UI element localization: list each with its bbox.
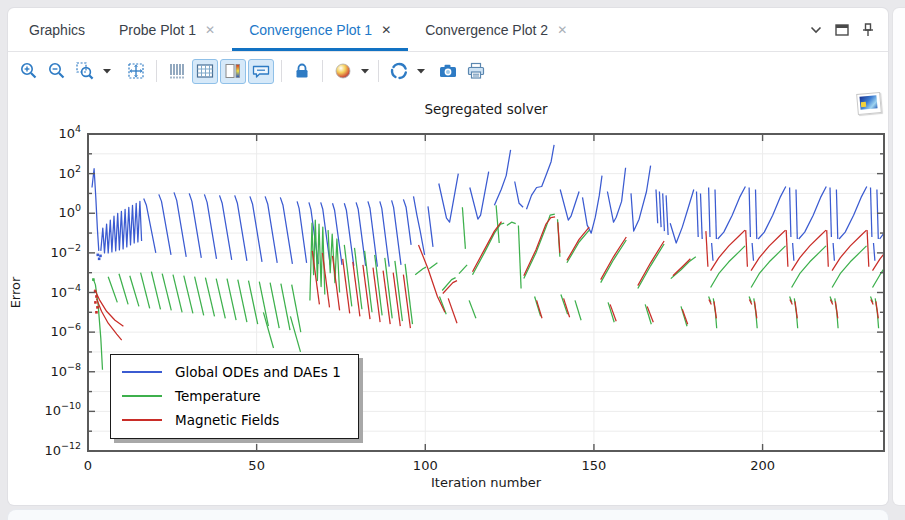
- close-icon[interactable]: ✕: [381, 24, 391, 36]
- svg-text:100: 100: [413, 458, 438, 473]
- svg-text:0: 0: [84, 458, 92, 473]
- float-window-icon[interactable]: [835, 24, 849, 36]
- svg-text:150: 150: [582, 458, 607, 473]
- graphics-window-panel: Graphics Probe Plot 1 ✕ Convergence Plot…: [8, 8, 888, 505]
- scene-light-dropdown[interactable]: [358, 59, 371, 84]
- scene-light-icon: [333, 61, 353, 81]
- zoom-in-icon: [19, 61, 39, 81]
- chart-legend: Global ODEs and DAEs 1 Temperature Magne…: [110, 354, 359, 439]
- zoom-out-button[interactable]: [44, 59, 70, 84]
- chevron-down-icon: [361, 68, 369, 74]
- transparency-icon: [389, 61, 409, 81]
- tab-bar: Graphics Probe Plot 1 ✕ Convergence Plot…: [8, 8, 888, 52]
- show-color-legend-button[interactable]: [220, 59, 246, 84]
- legend-item: Magnetic Fields: [122, 412, 341, 428]
- plot-group-icon[interactable]: [857, 93, 881, 114]
- svg-text:104: 104: [58, 123, 81, 141]
- zoom-in-button[interactable]: [16, 59, 42, 84]
- tab-convergence-plot-1[interactable]: Convergence Plot 1 ✕: [232, 8, 408, 51]
- chevron-down-icon: [417, 68, 425, 74]
- svg-text:10−6: 10−6: [50, 321, 81, 339]
- svg-text:50: 50: [248, 458, 265, 473]
- camera-icon: [438, 61, 458, 81]
- legend-line-sample: [122, 371, 162, 373]
- tab-probe-plot-1[interactable]: Probe Plot 1 ✕: [102, 8, 232, 51]
- toolbar-separator: [322, 60, 323, 82]
- graphics-canvas-area: 10410210010−210−410−610−810−1010−1205010…: [8, 90, 888, 505]
- lock-icon: [292, 61, 312, 81]
- svg-text:Segregated solver: Segregated solver: [424, 101, 548, 117]
- print-button[interactable]: [463, 59, 489, 84]
- show-grid-button[interactable]: [192, 59, 218, 84]
- legend-label: Temperature: [175, 388, 261, 404]
- zoom-box-icon: [75, 61, 95, 81]
- svg-text:10−2: 10−2: [50, 242, 81, 260]
- color-legend-icon: [223, 61, 243, 81]
- close-icon[interactable]: ✕: [557, 24, 567, 36]
- svg-text:10−8: 10−8: [50, 361, 81, 379]
- pin-icon[interactable]: [862, 23, 874, 37]
- svg-text:102: 102: [58, 163, 81, 181]
- show-plot-tooltip-button[interactable]: [248, 59, 274, 84]
- legend-item: Temperature: [122, 388, 341, 404]
- adjacent-panel-edge: [893, 8, 905, 505]
- show-axes-button[interactable]: [164, 59, 190, 84]
- svg-text:100: 100: [58, 202, 81, 220]
- tab-label: Graphics: [29, 22, 85, 38]
- convergence-plot-canvas[interactable]: 10410210010−210−410−610−810−1010−1205010…: [8, 90, 888, 505]
- tab-label: Convergence Plot 1: [249, 22, 372, 38]
- legend-label: Global ODEs and DAEs 1: [175, 364, 341, 380]
- svg-text:10−10: 10−10: [44, 400, 81, 418]
- tab-graphics[interactable]: Graphics: [12, 8, 102, 51]
- svg-text:Iteration number: Iteration number: [431, 475, 542, 490]
- transparency-button[interactable]: [386, 59, 412, 84]
- printer-icon: [466, 61, 486, 81]
- svg-text:10−4: 10−4: [50, 282, 81, 300]
- tab-label: Probe Plot 1: [119, 22, 196, 38]
- tooltip-icon: [251, 61, 271, 81]
- chevron-down-icon: [103, 68, 111, 74]
- graphics-toolbar: [8, 52, 888, 90]
- svg-text:10−12: 10−12: [44, 440, 81, 458]
- lower-panel-edge: [8, 510, 888, 520]
- zoom-box-dropdown[interactable]: [100, 59, 113, 84]
- close-icon[interactable]: ✕: [205, 24, 215, 36]
- window-controls: [810, 8, 888, 51]
- legend-item: Global ODEs and DAEs 1: [122, 364, 341, 380]
- legend-line-sample: [122, 419, 162, 421]
- image-snapshot-button[interactable]: [435, 59, 461, 84]
- zoom-out-icon: [47, 61, 67, 81]
- svg-text:200: 200: [750, 458, 775, 473]
- toolbar-separator: [156, 60, 157, 82]
- svg-text:Error: Error: [8, 276, 23, 308]
- tab-convergence-plot-2[interactable]: Convergence Plot 2 ✕: [408, 8, 584, 51]
- legend-label: Magnetic Fields: [175, 412, 279, 428]
- chevron-down-icon[interactable]: [810, 26, 822, 34]
- zoom-extents-icon: [126, 61, 146, 81]
- zoom-extents-button[interactable]: [123, 59, 149, 84]
- toolbar-separator: [378, 60, 379, 82]
- lock-axes-button[interactable]: [289, 59, 315, 84]
- legend-line-sample: [122, 395, 162, 397]
- tab-label: Convergence Plot 2: [425, 22, 548, 38]
- axes-icon: [167, 61, 187, 81]
- scene-light-button[interactable]: [330, 59, 356, 84]
- zoom-box-button[interactable]: [72, 59, 98, 84]
- transparency-dropdown[interactable]: [414, 59, 427, 84]
- grid-icon: [195, 61, 215, 81]
- toolbar-separator: [281, 60, 282, 82]
